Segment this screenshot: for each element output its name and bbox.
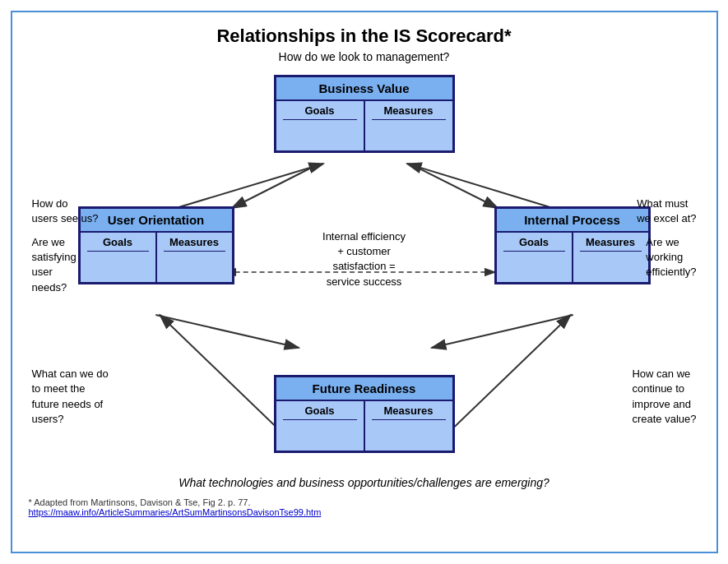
svg-line-6: [176, 164, 323, 208]
internal-process-col2: Measures: [573, 233, 648, 282]
internal-process-box: Internal Process Goals Measures: [494, 206, 651, 284]
page-title: Relationships in the IS Scorecard*: [29, 25, 700, 47]
user-orientation-body: Goals Measures: [81, 233, 232, 282]
page-container: Relationships in the IS Scorecard* How d…: [11, 11, 718, 553]
future-readiness-header: Future Readiness: [276, 377, 452, 401]
label-center: Internal efficiency+ customersatisfactio…: [288, 229, 440, 289]
future-readiness-col2: Measures: [365, 401, 452, 451]
svg-line-5: [431, 315, 573, 348]
svg-line-2: [231, 164, 318, 208]
label-what-can: What can we doto meet thefuture needs of…: [32, 367, 109, 427]
future-readiness-box: Future Readiness Goals Measures: [274, 375, 455, 453]
user-orientation-col1: Goals: [81, 233, 157, 282]
svg-line-4: [155, 315, 299, 348]
business-value-box: Business Value Goals Measures: [274, 75, 455, 153]
footnote-line1: * Adapted from Martinsons, Davison & Tse…: [29, 497, 700, 507]
label-how-users: How dousers see us?: [32, 196, 99, 226]
footnote-line2: https://maaw.info/ArticleSummaries/ArtSu…: [29, 507, 700, 517]
internal-process-col1: Goals: [497, 233, 573, 282]
svg-line-7: [406, 164, 552, 208]
user-orientation-col2: Measures: [157, 233, 232, 282]
label-how-continue: How can wecontinue toimprove andcreate v…: [632, 367, 696, 427]
bottom-section: What technologies and business opportuni…: [29, 476, 700, 517]
internal-process-body: Goals Measures: [497, 233, 648, 282]
internal-process-header: Internal Process: [497, 209, 648, 233]
diagram-area: Business Value Goals Measures User Orien…: [29, 75, 700, 469]
future-readiness-body: Goals Measures: [276, 401, 452, 451]
user-orientation-header: User Orientation: [81, 209, 232, 233]
future-readiness-col1: Goals: [276, 401, 365, 451]
label-what-excel: What mustwe excel at?: [637, 196, 696, 226]
business-value-col1: Goals: [276, 101, 365, 150]
business-value-body: Goals Measures: [276, 101, 452, 150]
bottom-question: What technologies and business opportuni…: [29, 476, 700, 489]
user-orientation-box: User Orientation Goals Measures: [78, 206, 234, 284]
label-working: Are weworkingefficiently?: [646, 235, 696, 280]
footnote: * Adapted from Martinsons, Davison & Tse…: [29, 497, 700, 517]
subtitle-top: How do we look to management?: [29, 50, 700, 63]
business-value-col2: Measures: [365, 101, 452, 150]
business-value-header: Business Value: [276, 77, 452, 101]
svg-line-3: [409, 164, 497, 208]
label-satisfying: Are wesatisfyinguserneeds?: [32, 235, 77, 295]
